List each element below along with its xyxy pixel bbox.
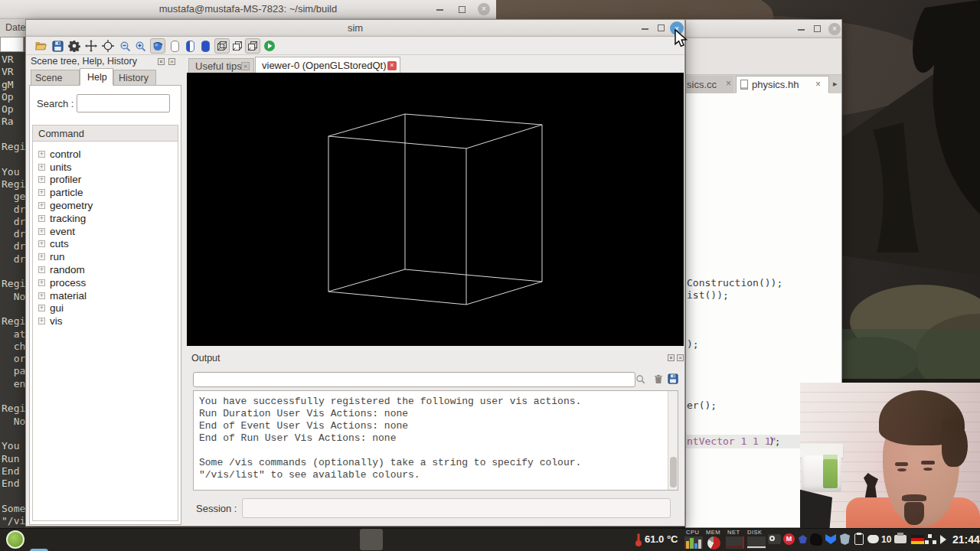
sim-maximize-button[interactable] xyxy=(658,24,665,31)
sim-titlebar[interactable]: sim xyxy=(26,20,684,37)
expand-icon[interactable]: + xyxy=(38,228,45,235)
keyboard-de-icon[interactable] xyxy=(911,535,924,544)
tree-item[interactable]: + gui xyxy=(33,302,178,315)
shield-icon[interactable] xyxy=(840,533,850,545)
editor-maximize-button[interactable] xyxy=(814,25,821,32)
disk-graph[interactable] xyxy=(747,536,766,549)
output-float-icon[interactable] xyxy=(668,354,675,361)
output-scrollbar[interactable] xyxy=(668,391,678,490)
tree-item[interactable]: + event xyxy=(33,225,178,238)
mega-icon[interactable]: M xyxy=(783,533,795,545)
expand-icon[interactable]: + xyxy=(38,279,45,286)
tree-item[interactable]: + units xyxy=(33,161,178,174)
search-input[interactable] xyxy=(77,94,170,112)
save-icon[interactable] xyxy=(50,38,65,54)
expand-icon[interactable]: + xyxy=(38,305,45,311)
expand-icon[interactable]: + xyxy=(38,240,45,247)
terminal-titlebar[interactable]: mustafa@mustafa-MS-7823: ~/sim/build xyxy=(0,0,496,19)
tree-item[interactable]: + tracking xyxy=(33,212,178,225)
tree-item[interactable]: + profiler xyxy=(33,174,178,187)
tab-useful-tips[interactable]: Useful tips × xyxy=(188,58,254,73)
expand-icon[interactable]: + xyxy=(38,164,45,171)
mem-graph[interactable] xyxy=(707,536,720,549)
session-input[interactable] xyxy=(242,498,671,518)
close-icon[interactable]: × xyxy=(241,62,250,70)
expand-icon[interactable]: + xyxy=(38,151,45,158)
tree-item[interactable]: + vis xyxy=(33,315,178,328)
opengl-viewport[interactable] xyxy=(187,73,684,346)
controller-icon[interactable] xyxy=(867,535,879,543)
zoom-out-icon[interactable] xyxy=(117,38,132,54)
zoom-in-icon[interactable] xyxy=(132,38,148,54)
tree-item[interactable]: + process xyxy=(33,276,178,289)
temperature-value[interactable]: 61.0 °C xyxy=(645,533,678,545)
close-icon[interactable]: × xyxy=(387,61,397,70)
search-icon[interactable] xyxy=(635,374,645,384)
editor-minimize-button[interactable] xyxy=(798,29,805,31)
net-label[interactable]: NET xyxy=(727,529,740,536)
mem-label[interactable]: MEM xyxy=(706,529,720,536)
move-icon[interactable] xyxy=(83,38,99,54)
cube-solid-icon[interactable] xyxy=(245,38,260,54)
close-icon[interactable]: × xyxy=(726,78,731,89)
clear-trash-icon[interactable] xyxy=(653,373,664,385)
cpu-graph[interactable] xyxy=(684,536,703,549)
tab-viewer-0[interactable]: viewer-0 (OpenGLStoredQt) × xyxy=(255,57,400,73)
expand-icon[interactable]: + xyxy=(38,202,45,209)
terminal-minimize-button[interactable] xyxy=(436,9,443,11)
tree-item[interactable]: + control xyxy=(33,148,178,161)
tree-item[interactable]: + particle xyxy=(33,186,178,199)
tray-count[interactable]: 10 xyxy=(881,534,891,545)
tree-item[interactable]: + geometry xyxy=(33,199,178,212)
expand-icon[interactable]: + xyxy=(38,189,45,196)
output-close-icon[interactable]: × xyxy=(677,354,684,361)
ghost-icon[interactable] xyxy=(810,533,821,545)
mint-menu-icon[interactable] xyxy=(6,530,24,549)
save-output-icon[interactable] xyxy=(668,373,678,384)
editor-close-button[interactable]: × xyxy=(828,23,841,35)
tree-item[interactable]: + cuts xyxy=(33,238,178,251)
tree-item[interactable]: + run xyxy=(33,250,178,263)
expand-icon[interactable]: + xyxy=(38,176,45,183)
tree-item[interactable]: + random xyxy=(33,263,178,276)
output-filter-input[interactable] xyxy=(193,372,635,387)
settings-icon[interactable] xyxy=(67,38,82,54)
run-icon[interactable] xyxy=(262,38,277,54)
recorder-icon[interactable] xyxy=(768,534,781,544)
tab-help[interactable]: Help xyxy=(80,68,113,86)
surface-solid-icon[interactable] xyxy=(198,38,213,54)
expand-icon[interactable]: + xyxy=(38,253,45,260)
rotate-icon[interactable] xyxy=(150,38,165,54)
cube-wireframe-icon[interactable] xyxy=(214,38,230,54)
tab-overflow-arrow-icon[interactable]: ▸ xyxy=(833,79,838,89)
open-icon[interactable] xyxy=(33,38,48,54)
expand-icon[interactable]: + xyxy=(38,266,45,273)
pick-icon[interactable] xyxy=(100,38,116,54)
tree-item[interactable]: + material xyxy=(33,289,178,302)
clipboard-icon[interactable] xyxy=(854,533,864,545)
clock[interactable]: 21:44 xyxy=(952,533,980,546)
terminal-close-button[interactable]: × xyxy=(478,3,490,15)
editor-tab-physics-hh[interactable]: physics.hh × xyxy=(736,76,829,93)
cube-hidden-line-icon[interactable] xyxy=(230,38,245,54)
dock-float-icon[interactable] xyxy=(158,58,165,65)
tab-history[interactable]: History xyxy=(113,70,156,86)
surface-half-icon[interactable] xyxy=(182,38,198,54)
cpu-label[interactable]: CPU xyxy=(686,529,699,536)
expand-icon[interactable]: + xyxy=(38,318,45,324)
terminal-find-box[interactable] xyxy=(0,37,24,52)
expand-icon[interactable]: + xyxy=(38,292,45,299)
network-icon[interactable] xyxy=(928,534,932,538)
close-icon[interactable]: × xyxy=(815,79,821,90)
editor-tab-physics-cc[interactable]: sics.cc × xyxy=(686,76,733,93)
scrollbar-thumb[interactable] xyxy=(670,457,677,487)
volume-icon[interactable] xyxy=(940,535,951,544)
printer-icon[interactable] xyxy=(894,535,906,543)
sim-minimize-button[interactable] xyxy=(642,28,648,30)
tab-scene-tree[interactable]: Scene tree xyxy=(31,70,80,86)
surface-wire-icon[interactable] xyxy=(167,38,182,54)
dock-close-icon[interactable]: × xyxy=(168,58,175,65)
disk-label[interactable]: DISK xyxy=(747,529,763,536)
expand-icon[interactable]: + xyxy=(38,215,45,222)
net-graph[interactable] xyxy=(726,536,744,549)
